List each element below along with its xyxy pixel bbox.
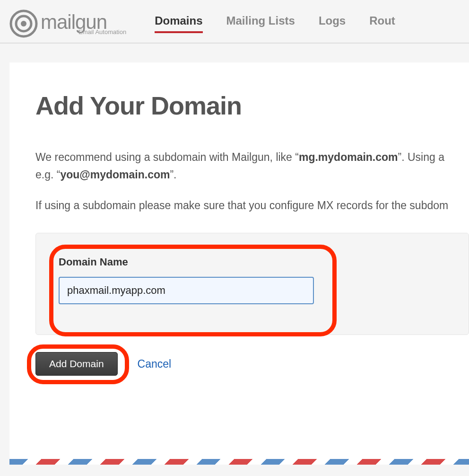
- nav-mailing-lists[interactable]: Mailing Lists: [226, 14, 295, 33]
- app-header: mailgun Email Automation Domains Mailing…: [0, 0, 469, 44]
- domain-name-label: Domain Name: [59, 256, 446, 268]
- brand-tagline: Email Automation: [78, 28, 126, 35]
- intro-paragraph-2: If using a subdomain please make sure th…: [35, 197, 469, 214]
- page-content: Add Your Domain We recommend using a sub…: [9, 62, 469, 465]
- intro-text: ”.: [170, 168, 176, 181]
- form-actions: Add Domain Cancel: [35, 352, 469, 376]
- add-domain-button[interactable]: Add Domain: [35, 352, 118, 376]
- domain-field-group: Domain Name: [55, 249, 450, 314]
- intro-text: We recommend using a subdomain with Mail…: [35, 151, 299, 163]
- intro-paragraph-1: We recommend using a subdomain with Mail…: [35, 149, 469, 184]
- airmail-stripe: [9, 459, 469, 465]
- intro-example-domain: mg.mydomain.com: [299, 151, 398, 163]
- nav-routes[interactable]: Rout: [369, 14, 395, 33]
- domain-form-panel: Domain Name: [35, 233, 469, 335]
- svg-point-2: [21, 21, 26, 26]
- primary-nav: Domains Mailing Lists Logs Rout: [155, 14, 395, 33]
- cancel-link[interactable]: Cancel: [138, 358, 172, 370]
- intro-example-email: you@mydomain.com: [60, 168, 170, 181]
- nav-logs[interactable]: Logs: [319, 14, 346, 33]
- nav-domains[interactable]: Domains: [155, 14, 202, 33]
- at-icon: [9, 9, 38, 38]
- intro-text: e.g. “: [35, 168, 60, 181]
- intro-text: ”. Using a: [398, 151, 444, 163]
- page-title: Add Your Domain: [35, 91, 469, 120]
- brand-logo: mailgun Email Automation: [9, 9, 126, 38]
- domain-name-input[interactable]: [59, 277, 314, 304]
